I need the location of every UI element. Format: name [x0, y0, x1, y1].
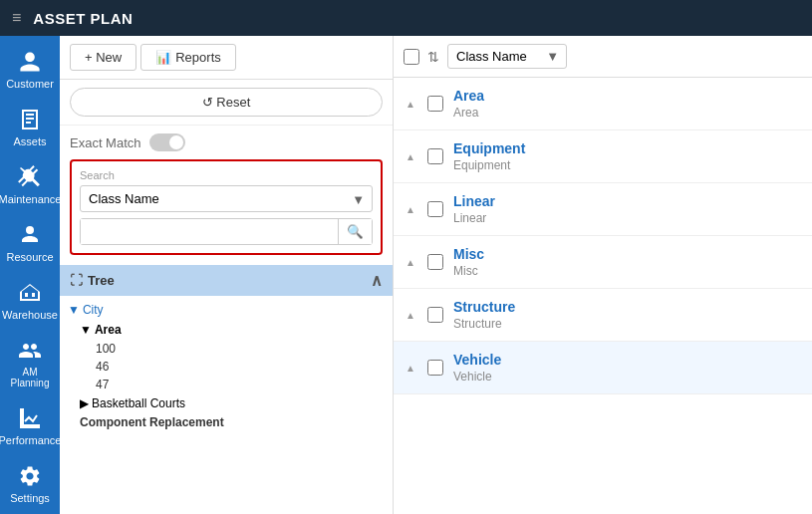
tree-city-arrow: ▼ [68, 303, 80, 317]
select-all-checkbox[interactable] [404, 49, 419, 65]
asset-info-equipment: Equipment Equipment [453, 140, 800, 172]
checkbox-structure[interactable] [427, 307, 443, 323]
asset-name-misc: Misc [453, 246, 800, 262]
assets-icon [16, 106, 44, 133]
left-panel: + New 📊 Reports ↺ Reset Exact Match Sear… [60, 36, 394, 514]
asset-sub-structure: Structure [453, 317, 800, 331]
customer-icon [16, 48, 44, 76]
tree-header: ⛶ Tree ∧ [60, 265, 393, 296]
sidebar-label-assets: Assets [13, 135, 46, 147]
search-magnifier-icon: 🔍 [347, 224, 364, 239]
performance-icon [16, 404, 44, 432]
checkbox-area[interactable] [427, 96, 443, 112]
settings-icon [16, 462, 44, 490]
asset-info-structure: Structure Structure [453, 299, 800, 331]
new-button[interactable]: + New [70, 44, 136, 71]
tree-city-label: City [83, 303, 104, 317]
sidebar-item-am-planning[interactable]: AM Planning [0, 329, 60, 396]
tree-node-area[interactable]: ▼ Area [60, 320, 393, 340]
asset-name-equipment: Equipment [453, 140, 800, 156]
toolbar: + New 📊 Reports [60, 36, 393, 80]
search-select[interactable]: Class Name Asset Name Description Status [80, 185, 373, 212]
checkbox-linear[interactable] [427, 201, 443, 217]
sidebar-item-warehouse[interactable]: Warehouse [0, 271, 60, 329]
sidebar-label-settings: Settings [10, 492, 50, 504]
header-bar: ≡ ASSET PLAN [0, 0, 812, 36]
asset-item-area[interactable]: ▲ Area Area [394, 78, 812, 130]
search-select-wrapper: Class Name Asset Name Description Status… [80, 185, 373, 212]
reports-label: Reports [175, 50, 221, 65]
search-input[interactable] [81, 219, 338, 244]
tree-leaf-47[interactable]: 47 [60, 376, 393, 393]
sidebar-item-settings[interactable]: Settings [0, 454, 60, 512]
asset-item-vehicle[interactable]: ▲ Vehicle Vehicle [394, 342, 812, 394]
asset-sub-misc: Misc [453, 264, 800, 278]
checkbox-equipment[interactable] [427, 148, 443, 164]
tree-basketball-label: Basketball Courts [92, 396, 185, 410]
tree-node-component[interactable]: Component Replacement [60, 413, 393, 431]
sidebar-item-assets[interactable]: Assets [0, 98, 60, 155]
maintenance-icon [16, 163, 44, 191]
sidebar-item-maintenance[interactable]: Maintenance [0, 155, 60, 213]
search-label: Search [80, 169, 373, 181]
tree-leaf-100[interactable]: 100 [60, 340, 393, 358]
reset-button[interactable]: ↺ Reset [70, 88, 383, 117]
tree-node-basketball[interactable]: ▶ Basketball Courts [60, 393, 393, 413]
asset-name-area: Area [453, 88, 800, 104]
tree-collapse-icon[interactable]: ∧ [371, 271, 383, 290]
reports-button[interactable]: 📊 Reports [140, 44, 236, 71]
exact-match-label: Exact Match [70, 135, 141, 150]
main-layout: Customer Assets Maintenance Resource [0, 36, 812, 514]
asset-info-vehicle: Vehicle Vehicle [453, 352, 800, 384]
asset-item-linear[interactable]: ▲ Linear Linear [394, 183, 812, 236]
resource-icon [16, 221, 44, 249]
asset-sub-area: Area [453, 106, 800, 120]
asset-sub-linear: Linear [453, 211, 800, 225]
asset-name-linear: Linear [453, 193, 800, 209]
sidebar-label-customer: Customer [6, 78, 54, 90]
asset-item-misc[interactable]: ▲ Misc Misc [394, 236, 812, 289]
sidebar-label-maintenance: Maintenance [0, 193, 62, 205]
collapse-icon-vehicle[interactable]: ▲ [406, 363, 417, 374]
sidebar-label-warehouse: Warehouse [2, 309, 58, 321]
sort-select-wrapper: Class Name Asset Name Status ▼ [447, 44, 567, 69]
reset-row: ↺ Reset [60, 80, 393, 126]
am-planning-icon [16, 337, 44, 365]
tree-hierarchy-icon: ⛶ [70, 273, 83, 288]
sidebar-label-am-planning: AM Planning [4, 367, 56, 388]
checkbox-vehicle[interactable] [427, 360, 443, 376]
collapse-icon-linear[interactable]: ▲ [406, 204, 417, 215]
asset-item-structure[interactable]: ▲ Structure Structure [394, 289, 812, 342]
collapse-icon-misc[interactable]: ▲ [406, 257, 417, 268]
app-title: ASSET PLAN [33, 10, 133, 27]
tree-leaf-46[interactable]: 46 [60, 358, 393, 376]
sidebar: Customer Assets Maintenance Resource [0, 36, 60, 514]
asset-name-structure: Structure [453, 299, 800, 315]
sidebar-item-customer[interactable]: Customer [0, 40, 60, 98]
sidebar-label-resource: Resource [6, 251, 53, 263]
collapse-icon-structure[interactable]: ▲ [406, 310, 417, 321]
sidebar-item-performance[interactable]: Performance [0, 396, 60, 454]
menu-icon[interactable]: ≡ [12, 9, 21, 27]
asset-item-equipment[interactable]: ▲ Equipment Equipment [394, 130, 812, 183]
tree-area-label: Area [95, 323, 122, 337]
tree-area-arrow: ▼ [80, 323, 92, 337]
exact-match-row: Exact Match [60, 126, 393, 159]
right-toolbar: ⇅ Class Name Asset Name Status ▼ [394, 36, 812, 78]
collapse-icon-equipment[interactable]: ▲ [406, 151, 417, 162]
tree-section: ⛶ Tree ∧ ▼ City ▼ Area 100 46 47 ▶ [60, 265, 393, 514]
tree-node-city[interactable]: ▼ City [60, 300, 393, 320]
sidebar-label-performance: Performance [0, 434, 62, 446]
search-section: Search Class Name Asset Name Description… [70, 159, 383, 255]
checkbox-misc[interactable] [427, 254, 443, 270]
tree-header-label: Tree [88, 273, 115, 288]
sort-select[interactable]: Class Name Asset Name Status [447, 44, 567, 69]
tree-body[interactable]: ▼ City ▼ Area 100 46 47 ▶ Basketball Cou… [60, 296, 393, 514]
search-button[interactable]: 🔍 [338, 219, 372, 244]
exact-match-toggle[interactable] [149, 133, 185, 151]
sidebar-item-resource[interactable]: Resource [0, 213, 60, 271]
tree-basketball-arrow: ▶ [80, 396, 89, 410]
asset-sub-equipment: Equipment [453, 158, 800, 172]
asset-name-vehicle: Vehicle [453, 352, 800, 368]
collapse-icon-area[interactable]: ▲ [406, 99, 417, 110]
